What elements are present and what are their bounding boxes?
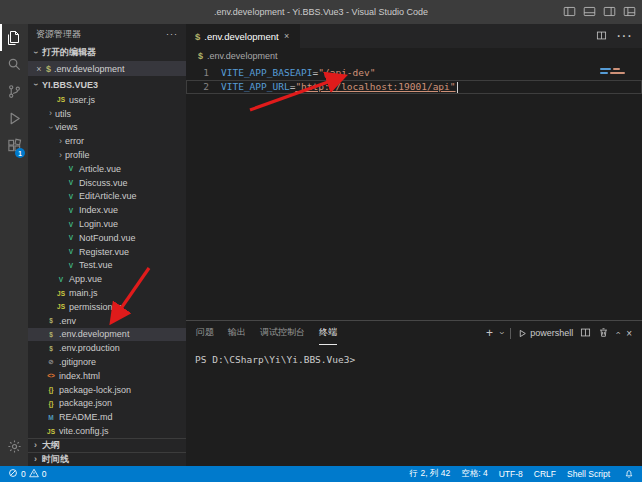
tree-item[interactable]: JSpermission.js xyxy=(28,300,186,314)
timeline-section[interactable]: › 时间线 xyxy=(28,452,186,466)
tree-item[interactable]: VArticle.vue xyxy=(28,162,186,176)
file-label: package.json xyxy=(59,398,112,408)
tree-item[interactable]: $.env.production xyxy=(28,341,186,355)
tree-item[interactable]: VLogin.vue xyxy=(28,217,186,231)
env-key: VITE_APP_BASEAPI xyxy=(221,66,313,80)
close-icon[interactable]: × xyxy=(35,64,43,74)
toggle-secondary-sidebar-icon[interactable] xyxy=(603,5,616,20)
env-file-icon: $ xyxy=(198,51,203,61)
file-label: error xyxy=(65,136,84,146)
tree-item[interactable]: ›error xyxy=(28,134,186,148)
split-terminal-icon[interactable] xyxy=(580,327,591,340)
language-mode[interactable]: Shell Script xyxy=(567,469,610,479)
panel-tab[interactable]: 终端 xyxy=(319,321,337,345)
source-control-icon[interactable] xyxy=(0,78,28,105)
file-label: index.html xyxy=(59,371,100,381)
encoding[interactable]: UTF-8 xyxy=(499,469,523,479)
sidebar-title: 资源管理器 xyxy=(36,28,81,41)
search-icon[interactable] xyxy=(0,51,28,78)
close-tab-icon[interactable]: × xyxy=(283,31,291,41)
tree-item[interactable]: {}package.json xyxy=(28,397,186,411)
vue-file-icon: V xyxy=(65,262,77,269)
divider xyxy=(510,328,511,339)
tree-item[interactable]: VRegister.vue xyxy=(28,245,186,259)
chevron-right-icon: › xyxy=(46,109,55,118)
tree-item[interactable]: VTest.vue xyxy=(28,259,186,273)
eol[interactable]: CRLF xyxy=(534,469,556,479)
window-title: .env.development - Yi.BBS.Vue3 - Visual … xyxy=(214,7,428,17)
run-debug-icon[interactable] xyxy=(0,105,28,132)
env-value-link: "http://localhost:19001/api" xyxy=(295,80,455,94)
editor-more-actions-icon[interactable]: ··· xyxy=(616,27,632,45)
chevron-right-icon: › xyxy=(56,137,65,146)
close-panel-icon[interactable]: × xyxy=(626,328,632,339)
code-editor[interactable]: 1VITE_APP_BASEAPI="/api-dev"2VITE_APP_UR… xyxy=(186,64,642,320)
project-root-folder[interactable]: › YI.BBS.VUE3 xyxy=(28,76,186,93)
tree-item[interactable]: VDiscuss.vue xyxy=(28,176,186,190)
file-label: main.js xyxy=(69,288,98,298)
tree-item[interactable]: {}package-lock.json xyxy=(28,383,186,397)
tree-item[interactable]: ›views xyxy=(28,121,186,135)
panel-tab[interactable]: 问题 xyxy=(196,321,214,345)
terminal-output[interactable]: PS D:\CSharp\Yi\Yi.BBS.Vue3> xyxy=(186,345,642,466)
settings-gear-icon[interactable] xyxy=(0,433,28,460)
file-label: package-lock.json xyxy=(59,385,131,395)
split-editor-icon[interactable] xyxy=(596,27,607,45)
file-label: utils xyxy=(55,109,71,119)
file-label: Register.vue xyxy=(79,247,129,257)
customize-layout-icon[interactable] xyxy=(623,5,636,20)
toggle-sidebar-icon[interactable] xyxy=(563,5,576,20)
extensions-icon[interactable]: 1 xyxy=(0,132,28,159)
open-editors-section[interactable]: › 打开的编辑器 xyxy=(28,44,186,61)
toggle-panel-icon[interactable] xyxy=(583,5,596,20)
file-label: permission.js xyxy=(69,302,122,312)
file-label: vite.config.js xyxy=(59,426,109,436)
indentation[interactable]: 空格: 4 xyxy=(461,468,487,480)
tree-item[interactable]: ⊘.gitignore xyxy=(28,355,186,369)
terminal-instance-powershell[interactable]: powershell xyxy=(518,328,573,338)
code-line[interactable]: 1VITE_APP_BASEAPI="/api-dev" xyxy=(186,66,642,80)
tab-env-development[interactable]: $ .env.development × xyxy=(186,24,300,48)
tree-item[interactable]: VApp.vue xyxy=(28,272,186,286)
json-file-icon: {} xyxy=(45,386,57,393)
vscode-window: .env.development - Yi.BBS.Vue3 - Visual … xyxy=(0,0,642,482)
tree-item[interactable]: JSmain.js xyxy=(28,286,186,300)
outline-section[interactable]: › 大纲 xyxy=(28,438,186,452)
tree-item[interactable]: ›utils xyxy=(28,107,186,121)
env-value: "/api-dev" xyxy=(318,66,375,80)
panel-tab[interactable]: 调试控制台 xyxy=(260,321,305,345)
terminal-profile-dropdown-icon[interactable]: › xyxy=(497,332,507,335)
problems-status[interactable]: 0 0 xyxy=(8,468,46,480)
notifications-bell-icon[interactable] xyxy=(624,468,634,480)
maximize-panel-icon[interactable]: › xyxy=(613,332,623,335)
tree-item[interactable]: VIndex.vue xyxy=(28,203,186,217)
status-bar: 0 0 行 2, 列 42空格: 4UTF-8CRLFShell Script xyxy=(0,466,642,482)
tree-item[interactable]: VNotFound.vue xyxy=(28,231,186,245)
explorer-more-actions-icon[interactable]: ··· xyxy=(166,29,178,39)
explorer-icon[interactable] xyxy=(0,24,28,51)
kill-terminal-icon[interactable] xyxy=(598,327,609,340)
tree-item[interactable]: $.env.development xyxy=(28,328,186,342)
tree-item[interactable]: ›profile xyxy=(28,148,186,162)
open-editor-item[interactable]: × $ .env.development xyxy=(28,61,186,76)
file-label: NotFound.vue xyxy=(79,233,136,243)
file-label: Discuss.vue xyxy=(79,178,128,188)
breadcrumb[interactable]: $ .env.development xyxy=(186,48,642,64)
minimap[interactable] xyxy=(596,66,642,106)
tree-item[interactable]: VEditArticle.vue xyxy=(28,190,186,204)
tree-item[interactable]: MREADME.md xyxy=(28,410,186,424)
chevron-down-icon: › xyxy=(46,123,55,132)
vue-file-icon: V xyxy=(65,234,77,241)
tree-item[interactable]: $.env xyxy=(28,314,186,328)
tree-item[interactable]: <>index.html xyxy=(28,369,186,383)
panel-tab[interactable]: 输出 xyxy=(228,321,246,345)
tree-item[interactable]: JSvite.config.js xyxy=(28,424,186,438)
vue-file-icon: V xyxy=(65,193,77,200)
line-number: 1 xyxy=(187,66,221,80)
tree-item[interactable]: JSuser.js xyxy=(28,93,186,107)
new-terminal-icon[interactable]: + xyxy=(486,326,493,340)
cursor-position[interactable]: 行 2, 列 42 xyxy=(410,468,451,480)
code-line[interactable]: 2VITE_APP_URL="http://localhost:19001/ap… xyxy=(186,80,642,94)
js-file-icon: JS xyxy=(55,290,67,297)
file-label: .env.development xyxy=(59,329,129,339)
